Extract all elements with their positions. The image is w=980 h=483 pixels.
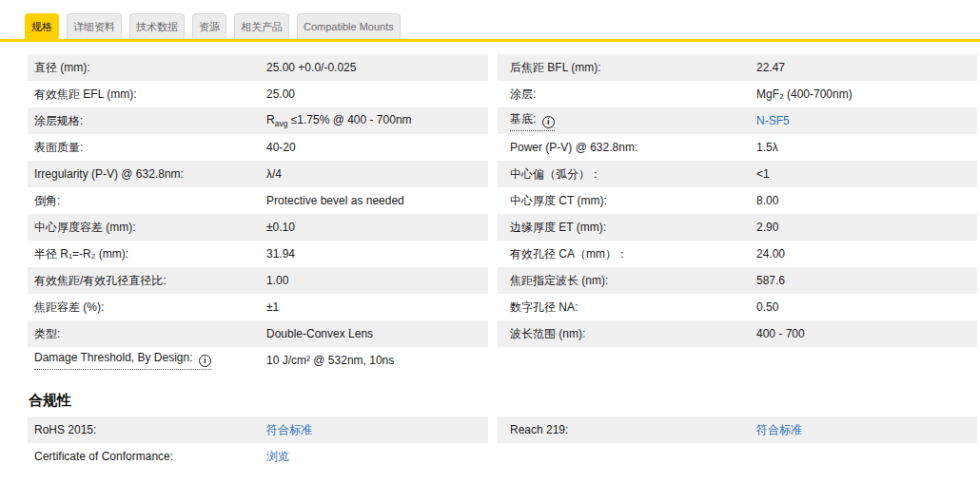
spec-value: 0.50 bbox=[756, 300, 778, 314]
table-cell: 边缘厚度 ET (mm):2.90 bbox=[498, 214, 977, 241]
spec-label-text: 倒角: bbox=[34, 194, 60, 207]
spec-label-text: 有效孔径 CA（mm）： bbox=[510, 247, 628, 261]
table-cell: Damage Threshold, By Design: i10 J/cm² @… bbox=[28, 347, 488, 374]
spec-value: <1 bbox=[756, 167, 770, 181]
spec-label-text: 波长范围 (nm): bbox=[510, 327, 585, 340]
spec-value: 31.94 bbox=[266, 247, 295, 261]
tab-bar: 规格详细资料技术数据资源相关产品Compatible Mounts bbox=[0, 0, 980, 39]
info-icon[interactable]: i bbox=[542, 116, 555, 128]
spec-label: 有效焦距/有效孔径直径比: bbox=[28, 273, 266, 289]
table-cell: 表面质量:40-20 bbox=[28, 134, 488, 161]
spec-label: Power (P-V) @ 632.8nm: bbox=[498, 141, 756, 154]
table-row: 半径 R₁=-R₂ (mm):31.94有效孔径 CA（mm）：24.00 bbox=[28, 241, 977, 267]
compliance-heading: 合规性 bbox=[29, 392, 980, 410]
spec-label-text: 焦距指定波长 (nm): bbox=[510, 274, 608, 287]
spec-label: 波长范围 (nm): bbox=[498, 326, 756, 342]
table-row: 表面质量:40-20Power (P-V) @ 632.8nm:1.5λ bbox=[28, 134, 977, 161]
spec-label: Certificate of Conformance: bbox=[28, 450, 266, 463]
table-cell: 涂层规格:Ravg ≤1.75% @ 400 - 700nm bbox=[28, 107, 488, 134]
spec-value: ±0.10 bbox=[266, 221, 295, 234]
spec-label-text: Power (P-V) @ 632.8nm: bbox=[510, 141, 637, 154]
tab-resources[interactable]: 资源 bbox=[192, 13, 226, 39]
spec-value: ±1 bbox=[266, 300, 279, 314]
spec-label: 涂层规格: bbox=[28, 113, 266, 129]
spec-value-link[interactable]: N-SF5 bbox=[756, 114, 790, 127]
spec-label-text: 涂层规格: bbox=[34, 114, 83, 127]
spec-label: 有效焦距 EFL (mm): bbox=[28, 87, 266, 103]
spec-label: 有效孔径 CA（mm）： bbox=[498, 246, 756, 262]
spec-value: 587.6 bbox=[756, 274, 785, 287]
product-spec-page: 规格详细资料技术数据资源相关产品Compatible Mounts 直径 (mm… bbox=[0, 0, 980, 483]
spec-label: 表面质量: bbox=[28, 140, 266, 156]
tab-related-products[interactable]: 相关产品 bbox=[234, 13, 289, 39]
table-cell: 直径 (mm):25.00 +0.0/-0.025 bbox=[28, 54, 488, 81]
table-cell: 中心厚度 CT (mm):8.00 bbox=[498, 187, 977, 214]
info-icon[interactable]: i bbox=[199, 355, 211, 367]
table-row: 有效焦距 EFL (mm):25.00涂层:MgF₂ (400-700nm) bbox=[28, 81, 977, 107]
table-cell: 中心厚度容差 (mm):±0.10 bbox=[28, 214, 488, 241]
spec-value: 400 - 700 bbox=[756, 327, 805, 340]
spec-value: 10 J/cm² @ 532nm, 10ns bbox=[266, 354, 394, 367]
spec-label-text: 基底: i bbox=[510, 111, 555, 131]
spec-label-text: RoHS 2015: bbox=[34, 423, 96, 436]
table-row: 焦距容差 (%):±1数字孔径 NA:0.50 bbox=[28, 294, 977, 320]
table-cell: Certificate of Conformance:浏览 bbox=[28, 443, 488, 470]
spec-content: 直径 (mm):25.00 +0.0/-0.025后焦距 BFL (mm):22… bbox=[0, 42, 980, 470]
spec-value-link[interactable]: 符合标准 bbox=[266, 422, 312, 438]
spec-label-text: 中心偏（弧分）： bbox=[510, 167, 601, 181]
spec-label-text: 焦距容差 (%): bbox=[34, 300, 104, 314]
spec-value-link[interactable]: 符合标准 bbox=[756, 422, 802, 438]
spec-label: RoHS 2015: bbox=[28, 423, 266, 436]
spec-value: 1.5λ bbox=[756, 141, 778, 154]
spec-value: 25.00 +0.0/-0.025 bbox=[266, 61, 356, 74]
spec-value: λ/4 bbox=[266, 167, 282, 181]
spec-value: 2.90 bbox=[756, 221, 778, 234]
tab-details[interactable]: 详细资料 bbox=[67, 13, 122, 39]
table-cell: Power (P-V) @ 632.8nm:1.5λ bbox=[498, 134, 977, 161]
table-cell: 波长范围 (nm):400 - 700 bbox=[498, 320, 977, 347]
spec-label: 半径 R₁=-R₂ (mm): bbox=[28, 246, 266, 262]
table-row: 有效焦距/有效孔径直径比:1.00焦距指定波长 (nm):587.6 bbox=[28, 267, 977, 294]
table-row: 直径 (mm):25.00 +0.0/-0.025后焦距 BFL (mm):22… bbox=[28, 54, 977, 81]
table-cell: 焦距容差 (%):±1 bbox=[28, 294, 488, 320]
table-cell: Reach 219:符合标准 bbox=[498, 416, 977, 443]
table-cell: 有效孔径 CA（mm）：24.00 bbox=[498, 241, 977, 267]
table-row: 中心厚度容差 (mm):±0.10边缘厚度 ET (mm):2.90 bbox=[28, 214, 977, 241]
table-cell: 有效焦距 EFL (mm):25.00 bbox=[28, 81, 488, 107]
spec-label: 涂层: bbox=[498, 87, 756, 103]
table-row: Irregularity (P-V) @ 632.8nm:λ/4中心偏（弧分）：… bbox=[28, 161, 977, 187]
table-cell: 数字孔径 NA:0.50 bbox=[498, 294, 977, 320]
spec-value: 1.00 bbox=[266, 274, 288, 287]
table-row: Certificate of Conformance:浏览 bbox=[28, 443, 977, 470]
spec-label: 数字孔径 NA: bbox=[498, 299, 756, 316]
spec-value: 22.47 bbox=[756, 61, 785, 74]
spec-label: Damage Threshold, By Design: i bbox=[28, 351, 266, 370]
spec-label-text: Irregularity (P-V) @ 632.8nm: bbox=[34, 167, 184, 181]
spec-label-text: Reach 219: bbox=[510, 423, 568, 436]
spec-value-link[interactable]: 浏览 bbox=[266, 449, 289, 465]
spec-label: 类型: bbox=[28, 326, 266, 342]
spec-value: 40-20 bbox=[266, 141, 296, 154]
table-cell: 半径 R₁=-R₂ (mm):31.94 bbox=[28, 241, 488, 267]
tab-tech-data[interactable]: 技术数据 bbox=[129, 13, 185, 39]
spec-label-text: 半径 R₁=-R₂ (mm): bbox=[34, 247, 128, 261]
table-cell: Irregularity (P-V) @ 632.8nm:λ/4 bbox=[28, 161, 488, 187]
spec-label: Reach 219: bbox=[498, 423, 756, 436]
spec-value: 24.00 bbox=[756, 247, 785, 261]
spec-label-text: Damage Threshold, By Design: i bbox=[34, 351, 211, 370]
spec-label: 焦距指定波长 (nm): bbox=[498, 273, 756, 289]
compliance-table: RoHS 2015:符合标准Reach 219:符合标准Certificate … bbox=[28, 416, 977, 470]
table-cell: 有效焦距/有效孔径直径比:1.00 bbox=[28, 267, 488, 294]
tab-specs[interactable]: 规格 bbox=[25, 13, 59, 39]
table-row: Damage Threshold, By Design: i10 J/cm² @… bbox=[28, 347, 977, 374]
table-row: 类型:Double-Convex Lens波长范围 (nm):400 - 700 bbox=[28, 320, 977, 347]
spec-label-text: 中心厚度容差 (mm): bbox=[34, 221, 136, 234]
spec-label-text: 数字孔径 NA: bbox=[510, 300, 578, 314]
spec-label: 中心厚度 CT (mm): bbox=[498, 193, 756, 209]
tab-compatible-mounts[interactable]: Compatible Mounts bbox=[297, 13, 401, 39]
spec-label-text: 涂层: bbox=[510, 87, 536, 101]
spec-label-text: 有效焦距 EFL (mm): bbox=[34, 87, 137, 101]
spec-label-text: 中心厚度 CT (mm): bbox=[510, 194, 607, 207]
spec-label-text: Certificate of Conformance: bbox=[34, 450, 173, 463]
table-cell: 涂层:MgF₂ (400-700nm) bbox=[498, 81, 977, 107]
